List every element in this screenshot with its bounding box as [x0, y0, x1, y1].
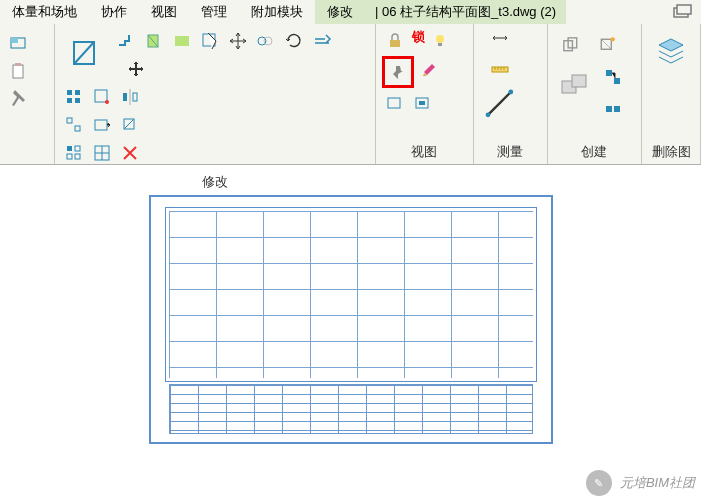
assembly-icon[interactable]	[600, 64, 626, 90]
rotate-icon[interactable]	[281, 28, 307, 54]
svg-rect-47	[606, 106, 612, 112]
svg-rect-32	[438, 43, 442, 46]
svg-rect-3	[11, 38, 18, 43]
svg-rect-25	[67, 146, 72, 151]
panel-measure-label: 测量	[474, 140, 547, 164]
panel-measure: 测量	[474, 24, 548, 164]
svg-rect-26	[75, 146, 80, 151]
cope-icon[interactable]	[113, 28, 139, 54]
svg-rect-30	[390, 40, 400, 47]
drawing-canvas[interactable]	[0, 165, 701, 448]
wall-type-icon[interactable]	[6, 30, 32, 56]
svg-rect-35	[419, 101, 425, 105]
mirror-icon[interactable]	[117, 84, 143, 110]
panel-clip: 删除图	[642, 24, 701, 164]
lock-icon[interactable]	[382, 28, 408, 54]
drawing-grid	[169, 211, 533, 378]
svg-rect-23	[95, 120, 107, 130]
grid-icon[interactable]	[89, 140, 115, 166]
panel-clip-label: 删除图	[642, 140, 700, 164]
svg-rect-20	[133, 93, 137, 101]
menu-view[interactable]: 视图	[139, 0, 189, 24]
ribbon: 修改 锁 视图 测量	[0, 24, 701, 165]
svg-rect-1	[677, 5, 691, 14]
svg-rect-27	[67, 154, 72, 159]
lock-label: 锁	[412, 28, 425, 54]
svg-rect-17	[95, 90, 107, 102]
svg-point-37	[485, 112, 490, 117]
cut-geom-icon[interactable]	[141, 28, 167, 54]
ruler-icon[interactable]	[487, 56, 513, 82]
drawing-titleblock	[169, 384, 533, 434]
paint-icon[interactable]	[416, 56, 442, 82]
bulb-icon[interactable]	[427, 28, 453, 54]
file-tab[interactable]: | 06 柱子结构平面图_t3.dwg (2)	[365, 0, 566, 24]
panel-props-label	[0, 158, 54, 164]
svg-point-38	[508, 90, 513, 95]
panel-create: 创建	[548, 24, 642, 164]
menu-mass[interactable]: 体量和场地	[0, 0, 89, 24]
pasteboard-icon[interactable]	[61, 28, 111, 78]
svg-point-18	[105, 100, 109, 104]
activate-icon[interactable]	[197, 28, 223, 54]
menu-addins[interactable]: 附加模块	[239, 0, 315, 24]
layers-icon[interactable]	[648, 28, 694, 74]
pin-option-icon[interactable]	[61, 140, 87, 166]
group-icon[interactable]	[554, 64, 598, 104]
svg-rect-48	[614, 106, 620, 112]
svg-point-31	[436, 35, 444, 43]
svg-rect-44	[572, 75, 586, 87]
panel-create-label: 创建	[548, 140, 641, 164]
panel-view: 锁 视图	[376, 24, 474, 164]
svg-rect-36	[492, 67, 508, 72]
split-icon[interactable]	[61, 112, 87, 138]
panel-toggle-icon[interactable]	[669, 0, 695, 25]
align-icon[interactable]	[61, 84, 87, 110]
svg-rect-45	[606, 70, 612, 76]
svg-rect-19	[123, 93, 127, 101]
create-similar-icon[interactable]	[554, 28, 588, 62]
svg-rect-28	[75, 154, 80, 159]
panel-properties	[0, 24, 55, 164]
move-icon[interactable]	[225, 28, 251, 54]
menu-modify[interactable]: 修改	[315, 0, 365, 24]
svg-rect-14	[75, 90, 80, 95]
load-family-icon[interactable]	[590, 28, 624, 62]
copy-icon[interactable]	[253, 28, 279, 54]
svg-rect-46	[614, 78, 620, 84]
menu-manage[interactable]: 管理	[189, 0, 239, 24]
menubar: 体量和场地 协作 视图 管理 附加模块 修改 | 06 柱子结构平面图_t3.d…	[0, 0, 701, 24]
svg-rect-15	[67, 98, 72, 103]
scale-icon[interactable]	[117, 112, 143, 138]
svg-rect-9	[181, 36, 189, 46]
svg-rect-16	[75, 98, 80, 103]
watermark-text: 元培BIM社团	[620, 474, 695, 492]
menu-collab[interactable]: 协作	[89, 0, 139, 24]
watermark: ✎ 元培BIM社团	[586, 470, 695, 496]
watermark-logo-icon: ✎	[586, 470, 612, 496]
svg-rect-33	[388, 98, 400, 108]
cad-drawing[interactable]	[149, 195, 553, 444]
join-geom-icon[interactable]	[169, 28, 195, 54]
svg-rect-5	[15, 63, 21, 66]
array-icon[interactable]	[89, 112, 115, 138]
measure-icon[interactable]	[480, 84, 520, 124]
svg-point-12	[264, 37, 272, 45]
svg-rect-22	[75, 126, 80, 131]
svg-rect-4	[13, 65, 23, 78]
four-arrow-icon[interactable]	[113, 56, 159, 82]
panel-modify: 修改	[55, 24, 376, 164]
pin-icon[interactable]	[382, 56, 414, 88]
paste-icon[interactable]	[6, 58, 32, 84]
hammer-icon[interactable]	[6, 86, 32, 112]
panel-view-label: 视图	[376, 140, 473, 164]
offset-icon[interactable]	[89, 84, 115, 110]
isolate-icon[interactable]	[410, 90, 436, 116]
svg-rect-13	[67, 90, 72, 95]
panel-modify-label: 修改	[55, 170, 375, 194]
part-icon[interactable]	[600, 92, 626, 118]
dim-toggle-icon[interactable]	[487, 28, 513, 54]
delete-icon[interactable]	[117, 140, 143, 166]
hide-icon[interactable]	[382, 90, 408, 116]
trim-icon[interactable]	[309, 28, 335, 54]
